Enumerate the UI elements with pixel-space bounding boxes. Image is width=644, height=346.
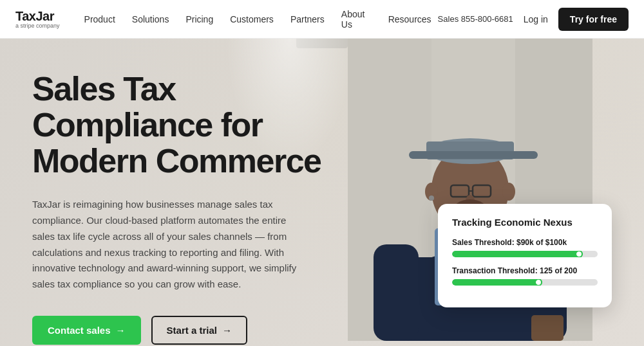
metric-1: Sales Threshold: $90k of $100k <box>452 238 598 257</box>
svg-rect-25 <box>531 315 564 341</box>
metric-2-progress-fill <box>452 279 542 286</box>
logo-subtitle: a stripe company <box>15 23 60 29</box>
start-trial-label: Start a trial <box>167 325 217 336</box>
svg-rect-21 <box>374 244 419 341</box>
hero-section: Sales Tax Compliance for Modern Commerce… <box>0 39 644 346</box>
contact-sales-button[interactable]: Contact sales → <box>32 316 141 345</box>
hero-content: Sales Tax Compliance for Modern Commerce… <box>32 71 341 345</box>
svg-rect-11 <box>409 151 538 159</box>
arrow-icon: → <box>116 325 126 336</box>
tracking-card: Tracking Economic Nexus Sales Threshold:… <box>438 204 612 307</box>
metric-2-label: Transaction Threshold: 125 of 200 <box>452 266 598 275</box>
nav-item-product[interactable]: Product <box>78 9 122 30</box>
svg-point-20 <box>429 196 434 201</box>
nav-item-partners[interactable]: Partners <box>284 9 331 30</box>
nav-cta-button[interactable]: Try for free <box>558 8 629 31</box>
hero-buttons: Contact sales → Start a trial → <box>32 316 341 345</box>
nav-right: Sales 855-800-6681 Log in Try for free <box>438 8 629 31</box>
nav-phone: Sales 855-800-6681 <box>438 14 513 24</box>
svg-point-19 <box>502 183 515 201</box>
logo-text: TaxJar <box>15 10 60 23</box>
nav-item-pricing[interactable]: Pricing <box>179 9 220 30</box>
metric-1-progress-bg <box>452 251 598 257</box>
nav-links: Product Solutions Pricing Customers Part… <box>78 4 438 35</box>
metric-1-progress-fill <box>452 251 583 257</box>
nav-item-customers[interactable]: Customers <box>223 9 280 30</box>
nav-item-resources[interactable]: Resources <box>382 9 438 30</box>
hero-description: TaxJar is reimagining how businesses man… <box>32 197 303 293</box>
start-trial-button[interactable]: Start a trial → <box>151 316 247 345</box>
navbar: TaxJar a stripe company Product Solution… <box>0 0 644 39</box>
nav-item-about[interactable]: About Us <box>335 4 378 35</box>
contact-sales-label: Contact sales <box>48 325 111 336</box>
card-title: Tracking Economic Nexus <box>452 217 598 228</box>
hero-title: Sales Tax Compliance for Modern Commerce <box>32 71 341 179</box>
arrow-icon-2: → <box>222 325 232 336</box>
logo[interactable]: TaxJar a stripe company <box>15 10 60 29</box>
nav-item-solutions[interactable]: Solutions <box>126 9 176 30</box>
metric-1-label: Sales Threshold: $90k of $100k <box>452 238 598 247</box>
nav-login-link[interactable]: Log in <box>524 14 548 24</box>
metric-2: Transaction Threshold: 125 of 200 <box>452 266 598 286</box>
metric-2-progress-bg <box>452 279 598 286</box>
